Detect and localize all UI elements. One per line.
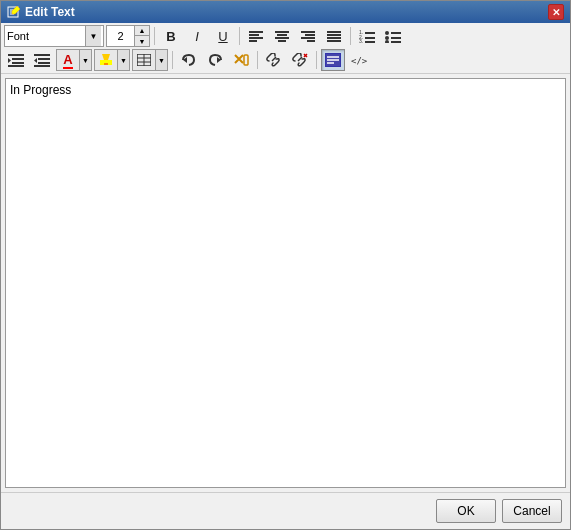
toolbar-row-2: A ▼ ▼ (4, 49, 567, 71)
svg-point-28 (385, 36, 389, 40)
toolbar-row-1: Font ▼ ▲ ▼ B I U (4, 25, 567, 47)
align-center-button[interactable] (270, 25, 294, 47)
ok-button[interactable]: OK (436, 499, 496, 523)
size-increment-button[interactable]: ▲ (135, 26, 149, 36)
size-decrement-button[interactable]: ▼ (135, 36, 149, 46)
editor-content[interactable]: In Progress (10, 83, 561, 97)
remove-link-button[interactable] (288, 49, 312, 71)
font-selector-value: Font (7, 30, 85, 42)
highlight-color-control[interactable]: ▼ (94, 49, 130, 71)
font-color-a-label: A (63, 52, 72, 69)
highlight-icon (99, 54, 113, 66)
edit-text-icon (7, 5, 21, 19)
separator-4 (172, 51, 173, 69)
underline-button[interactable]: U (211, 25, 235, 47)
dialog-title: Edit Text (25, 5, 75, 19)
wysiwyg-icon (325, 53, 341, 67)
redo-icon (207, 53, 223, 67)
separator-1 (154, 27, 155, 45)
title-bar-left: Edit Text (7, 5, 75, 19)
highlight-dropdown[interactable]: ▼ (117, 50, 129, 70)
align-left-button[interactable] (244, 25, 268, 47)
align-justify-icon (327, 30, 341, 42)
wysiwyg-button[interactable] (321, 49, 345, 71)
clear-format-icon (233, 53, 249, 67)
ordered-list-icon: 1. 2. 3. (359, 29, 375, 43)
undo-button[interactable] (177, 49, 201, 71)
html-source-icon: </> (351, 53, 367, 67)
table-icon (137, 54, 151, 66)
font-selector-arrow[interactable]: ▼ (85, 26, 101, 46)
svg-point-30 (385, 40, 389, 43)
indent-button[interactable] (4, 49, 28, 71)
table-control[interactable]: ▼ (132, 49, 168, 71)
align-justify-button[interactable] (322, 25, 346, 47)
dialog-footer: OK Cancel (1, 492, 570, 529)
redo-button[interactable] (203, 49, 227, 71)
cancel-button[interactable]: Cancel (502, 499, 562, 523)
align-center-icon (275, 30, 289, 42)
svg-text:3.: 3. (359, 38, 363, 43)
font-color-button[interactable]: A (57, 50, 79, 70)
link-icon (266, 53, 282, 67)
highlight-color-button[interactable] (95, 50, 117, 70)
separator-6 (316, 51, 317, 69)
unordered-list-button[interactable] (381, 25, 405, 47)
text-editor-area[interactable]: In Progress (5, 78, 566, 488)
outdent-button[interactable] (30, 49, 54, 71)
title-bar: Edit Text ✕ (1, 1, 570, 23)
edit-text-dialog: Edit Text ✕ Font ▼ ▲ ▼ B I (0, 0, 571, 530)
size-spinners: ▲ ▼ (134, 25, 150, 47)
align-left-icon (249, 30, 263, 42)
svg-rect-48 (244, 55, 248, 65)
align-right-button[interactable] (296, 25, 320, 47)
indent-icon (8, 53, 24, 67)
close-button[interactable]: ✕ (548, 4, 564, 20)
svg-rect-41 (104, 63, 108, 65)
ordered-list-button[interactable]: 1. 2. 3. (355, 25, 379, 47)
bold-button[interactable]: B (159, 25, 183, 47)
separator-2 (239, 27, 240, 45)
clear-format-button[interactable] (229, 49, 253, 71)
unordered-list-icon (385, 29, 401, 43)
separator-5 (257, 51, 258, 69)
unlink-icon (292, 53, 308, 67)
toolbar-area: Font ▼ ▲ ▼ B I U (1, 23, 570, 74)
insert-link-button[interactable] (262, 49, 286, 71)
svg-text:</>: </> (351, 56, 367, 66)
svg-point-26 (385, 31, 389, 35)
table-dropdown[interactable]: ▼ (155, 50, 167, 70)
font-color-dropdown[interactable]: ▼ (79, 50, 91, 70)
outdent-icon (34, 53, 50, 67)
undo-icon (181, 53, 197, 67)
table-button[interactable] (133, 50, 155, 70)
size-input[interactable] (106, 25, 134, 47)
separator-3 (350, 27, 351, 45)
italic-button[interactable]: I (185, 25, 209, 47)
font-selector[interactable]: Font ▼ (4, 25, 104, 47)
size-control: ▲ ▼ (106, 25, 150, 47)
html-source-button[interactable]: </> (347, 49, 371, 71)
align-right-icon (301, 30, 315, 42)
font-color-control[interactable]: A ▼ (56, 49, 92, 71)
